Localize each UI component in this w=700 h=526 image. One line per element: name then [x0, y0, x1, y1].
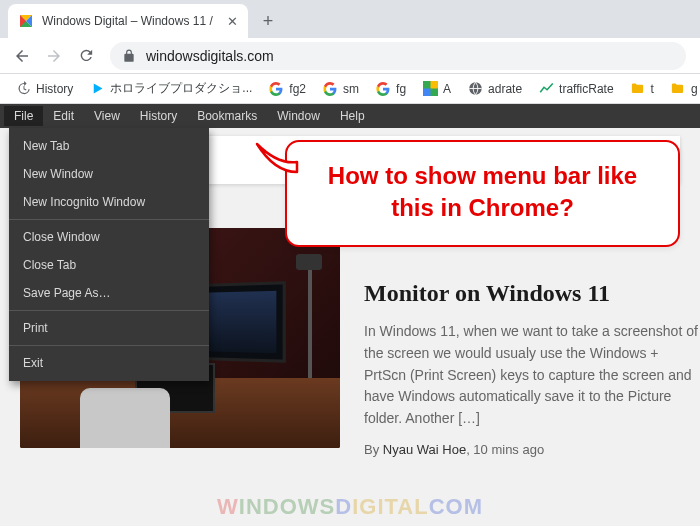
google-icon [375, 81, 391, 97]
menuitem-new-tab[interactable]: New Tab [9, 132, 209, 160]
menu-file[interactable]: File [4, 106, 43, 126]
bookmark-history[interactable]: History [8, 77, 80, 101]
play-icon [89, 81, 105, 97]
annotation-callout: How to show menu bar like this in Chrome… [285, 140, 680, 247]
bookmark-t[interactable]: t [623, 77, 661, 101]
bookmark-fg[interactable]: fg [368, 77, 413, 101]
square-icon [422, 81, 438, 97]
bookmark-trafficrate[interactable]: trafficRate [531, 77, 620, 101]
bookmark-adrate[interactable]: adrate [460, 77, 529, 101]
bookmark-label: ホロライブプロダクショ... [110, 80, 252, 97]
lock-icon [122, 49, 136, 63]
chart-icon [538, 81, 554, 97]
new-tab-button[interactable]: + [254, 7, 282, 35]
bookmark-hololive[interactable]: ホロライブプロダクショ... [82, 76, 259, 101]
bookmark-g[interactable]: g [663, 77, 700, 101]
menu-bookmarks[interactable]: Bookmarks [187, 106, 267, 126]
google-icon [268, 81, 284, 97]
bookmark-label: fg [396, 82, 406, 96]
menu-history[interactable]: History [130, 106, 187, 126]
svg-rect-6 [430, 81, 438, 89]
menu-edit[interactable]: Edit [43, 106, 84, 126]
callout-bubble: How to show menu bar like this in Chrome… [285, 140, 680, 247]
menu-window[interactable]: Window [267, 106, 330, 126]
menuitem-save-page[interactable]: Save Page As… [9, 279, 209, 307]
history-icon [15, 81, 31, 97]
url-text: windowsdigitals.com [146, 48, 274, 64]
reload-icon [78, 47, 95, 64]
folder-icon [630, 81, 646, 97]
menu-help[interactable]: Help [330, 106, 375, 126]
callout-text: How to show menu bar like this in Chrome… [309, 160, 656, 225]
extension-menubar: File Edit View History Bookmarks Window … [0, 104, 700, 128]
globe-icon [467, 81, 483, 97]
menuitem-print[interactable]: Print [9, 314, 209, 342]
svg-marker-4 [94, 84, 103, 94]
menuitem-close-window[interactable]: Close Window [9, 223, 209, 251]
browser-tab[interactable]: Windows Digital – Windows 11 / ✕ [8, 4, 248, 38]
bookmark-fg2[interactable]: fg2 [261, 77, 313, 101]
menuitem-exit[interactable]: Exit [9, 349, 209, 377]
bookmark-label: adrate [488, 82, 522, 96]
menuitem-close-tab[interactable]: Close Tab [9, 251, 209, 279]
article-body: Monitor on Windows 11 In Windows 11, whe… [364, 228, 700, 457]
callout-tail-icon [255, 142, 299, 176]
google-icon [322, 81, 338, 97]
tab-favicon [18, 13, 34, 29]
file-menu-dropdown: New Tab New Window New Incognito Window … [9, 128, 209, 381]
back-button[interactable] [8, 42, 36, 70]
address-bar[interactable]: windowsdigitals.com [110, 42, 686, 70]
arrow-right-icon [45, 47, 63, 65]
article-excerpt: In Windows 11, when we want to take a sc… [364, 321, 700, 429]
tab-strip: Windows Digital – Windows 11 / ✕ + [0, 0, 700, 38]
bookmarks-bar: History ホロライブプロダクショ... fg2 sm fg A adrat… [0, 74, 700, 104]
folder-icon [670, 81, 686, 97]
reload-button[interactable] [72, 42, 100, 70]
menu-separator [9, 219, 209, 220]
arrow-left-icon [13, 47, 31, 65]
menuitem-new-incognito[interactable]: New Incognito Window [9, 188, 209, 216]
browser-toolbar: windowsdigitals.com [0, 38, 700, 74]
bookmark-sm[interactable]: sm [315, 77, 366, 101]
svg-rect-7 [423, 89, 431, 97]
menu-view[interactable]: View [84, 106, 130, 126]
close-tab-icon[interactable]: ✕ [227, 14, 238, 29]
menu-separator [9, 310, 209, 311]
forward-button[interactable] [40, 42, 68, 70]
bookmark-a[interactable]: A [415, 77, 458, 101]
menuitem-new-window[interactable]: New Window [9, 160, 209, 188]
article-title[interactable]: Monitor on Windows 11 [364, 278, 700, 309]
bookmark-label: g [691, 82, 698, 96]
bookmark-label: t [651, 82, 654, 96]
bookmark-label: sm [343, 82, 359, 96]
bookmark-label: A [443, 82, 451, 96]
tab-title: Windows Digital – Windows 11 / [42, 14, 219, 28]
menu-separator [9, 345, 209, 346]
bookmark-label: History [36, 82, 73, 96]
watermark: WINDOWSDIGITALCOM [0, 494, 700, 520]
bookmark-label: trafficRate [559, 82, 613, 96]
bookmark-label: fg2 [289, 82, 306, 96]
article-author[interactable]: Nyau Wai Hoe [383, 442, 466, 457]
article-byline: By Nyau Wai Hoe, 10 mins ago [364, 442, 700, 457]
